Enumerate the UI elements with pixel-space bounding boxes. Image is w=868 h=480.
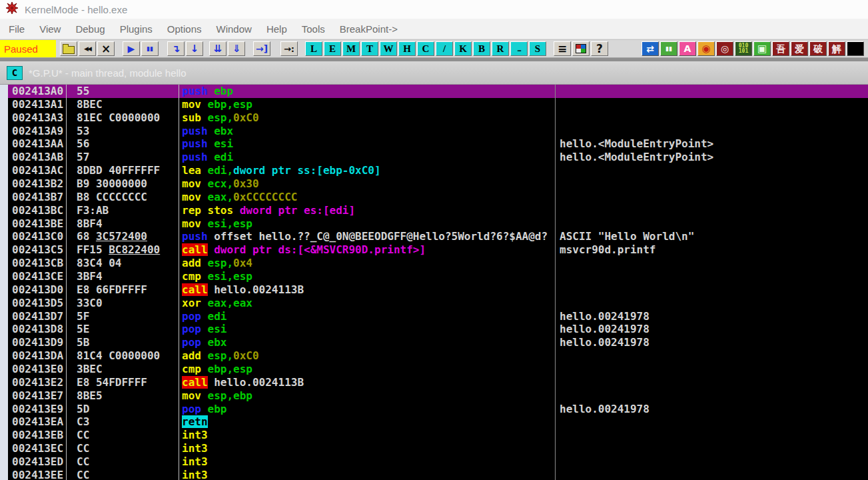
disasm-row[interactable]: 002413AC8DBD 40FFFFFFlea edi,dword ptr s…: [8, 164, 868, 177]
plugin-binary-button[interactable]: 010 101: [735, 41, 752, 56]
bytes-cell: 81C4 C0000000: [77, 349, 160, 363]
view-memory-button[interactable]: M: [342, 41, 360, 56]
disasm-row[interactable]: 002413D75Fpop edihello.00241978: [8, 310, 868, 323]
disasm-row[interactable]: 002413A381EC C0000000sub esp,0xC0: [8, 111, 868, 125]
comment-cell: hello.00241978: [560, 310, 650, 323]
disasm-row[interactable]: 002413A18BECmov ebp,esp: [8, 98, 868, 111]
instruction-cell: xor eax,eax: [182, 297, 554, 310]
menu-item-plugins[interactable]: Plugins: [113, 23, 160, 35]
view-executables-button[interactable]: E: [324, 41, 341, 56]
spiral-icon: ◎: [721, 44, 729, 53]
plugin-ai-button[interactable]: 爱: [791, 41, 808, 56]
menu-item-debug[interactable]: Debug: [68, 23, 112, 35]
plugin-monitor-button[interactable]: ▣: [753, 41, 771, 56]
menu-item-tools[interactable]: Tools: [294, 23, 332, 35]
log-list-button[interactable]: ≡: [554, 41, 571, 56]
animate-over-button[interactable]: ⇓: [228, 41, 245, 56]
comment-cell: hello.<ModuleEntryPoint>: [560, 137, 713, 151]
disasm-row[interactable]: 002413C5FF15 BC822400call dword ptr ds:[…: [8, 243, 868, 257]
disasm-row[interactable]: 002413B7B8 CCCCCCCCmov eax,0xCCCCCCCC: [8, 191, 868, 204]
run-button[interactable]: ▶: [123, 41, 140, 56]
bytes-cell: F3:AB: [77, 204, 109, 217]
cpu-window-body: 002413A055push ebp002413A18BECmov ebp,es…: [0, 85, 868, 480]
plugin-jie-button[interactable]: 解: [828, 41, 845, 56]
view-breakpoints-button[interactable]: B: [473, 41, 490, 56]
bytes-cell: 55: [77, 85, 89, 98]
plugin-wu-button[interactable]: 吾: [772, 41, 789, 56]
cpu-window-titlebar[interactable]: C *G.P.U* - main thread, module hello: [0, 61, 868, 85]
disasm-row[interactable]: 002413DA81C4 C0000000add esp,0xC0: [8, 349, 868, 363]
disasm-row[interactable]: 002413ECCCint3: [8, 442, 868, 455]
disasm-row[interactable]: 002413E78BE5mov esp,ebp: [8, 389, 868, 403]
step-into-button[interactable]: ↴: [167, 41, 185, 56]
left-margin: [0, 85, 8, 480]
close-file-button[interactable]: ×: [97, 41, 115, 56]
menu-item-window[interactable]: Window: [209, 23, 259, 35]
disasm-row[interactable]: 002413E2E8 54FDFFFFcall hello.0024113B: [8, 376, 868, 389]
disasm-row[interactable]: 002413A953push ebx: [8, 125, 868, 138]
disasm-row[interactable]: 002413D95Bpop ebxhello.00241978: [8, 336, 868, 349]
address-cell: 002413E9: [12, 403, 63, 416]
view-threads-button[interactable]: T: [361, 41, 378, 56]
menu-item-file[interactable]: File: [1, 23, 32, 35]
bytes-cell: E8 66FDFFFF: [77, 283, 147, 297]
plugin-blank-button[interactable]: [847, 41, 864, 56]
disasm-row[interactable]: 002413EDCCint3: [8, 455, 868, 469]
view-runtrace-button[interactable]: ...: [510, 41, 528, 56]
disasm-row[interactable]: 002413AA56push esihello.<ModuleEntryPoin…: [8, 137, 868, 151]
view-callstack-button-label: K: [459, 44, 467, 54]
help-button[interactable]: ?: [591, 41, 608, 56]
step-over-button[interactable]: ↓: [186, 41, 203, 56]
open-file-button[interactable]: [60, 41, 77, 56]
view-windows-button[interactable]: W: [380, 41, 397, 56]
plugin-pause-button[interactable]: ▮▮: [660, 41, 677, 56]
view-references-button[interactable]: R: [492, 41, 509, 56]
disasm-row[interactable]: 002413EAC3retn: [8, 415, 868, 429]
animate-into-button[interactable]: ⇊: [209, 41, 226, 56]
menu-item-options[interactable]: Options: [160, 23, 209, 35]
disasm-row[interactable]: 002413D0E8 66FDFFFFcall hello.0024113B: [8, 283, 868, 297]
plugin-spiral-button[interactable]: ◎: [716, 41, 733, 56]
plugin-target-button[interactable]: ◉: [697, 41, 715, 56]
disasm-row[interactable]: 002413CE3BF4cmp esi,esp: [8, 270, 868, 283]
windows-mosaic-button[interactable]: [572, 41, 590, 56]
disasm-row[interactable]: 002413EBCCint3: [8, 429, 868, 442]
view-patches-button[interactable]: /: [436, 41, 453, 56]
disasm-row[interactable]: 002413EECCint3: [8, 469, 868, 480]
disasm-row[interactable]: 002413BCF3:ABrep stos dword ptr es:[edi]: [8, 204, 868, 217]
view-log-button[interactable]: L: [305, 41, 322, 56]
disasm-row[interactable]: 002413E95Dpop ebphello.00241978: [8, 403, 868, 416]
view-callstack-button[interactable]: K: [454, 41, 472, 56]
bytes-cell: 81EC C0000000: [77, 111, 160, 125]
menu-item-view[interactable]: View: [32, 23, 68, 35]
disasm-row[interactable]: 002413A055push ebp: [8, 85, 868, 98]
disasm-row[interactable]: 002413D85Epop esihello.00241978: [8, 323, 868, 336]
view-source-button[interactable]: S: [529, 41, 546, 56]
instruction-cell: push ebp: [182, 85, 554, 98]
pause-button[interactable]: ▮▮: [141, 41, 159, 56]
disasm-row[interactable]: 002413BE8BF4mov esi,esp: [8, 217, 868, 231]
view-cpu-button[interactable]: C: [417, 41, 434, 56]
plugin-po-button[interactable]: 破: [809, 41, 827, 56]
plugin-sync-button[interactable]: ⇄: [642, 41, 659, 56]
address-cell: 002413B2: [12, 177, 63, 191]
view-handles-button[interactable]: H: [398, 41, 416, 56]
address-cell: 002413BE: [12, 217, 63, 231]
disasm-row[interactable]: 002413E03BECcmp ebp,esp: [8, 363, 868, 376]
rewind-button[interactable]: ◀◀: [79, 41, 96, 56]
comment-cell: hello.<ModuleEntryPoint>: [560, 151, 713, 164]
disasm-row[interactable]: 002413AB57push edihello.<ModuleEntryPoin…: [8, 151, 868, 164]
menu-item-help[interactable]: Help: [259, 23, 294, 35]
bytes-cell: 5E: [77, 323, 89, 336]
address-cell: 002413ED: [12, 455, 63, 469]
disasm-row[interactable]: 002413D533C0xor eax,eax: [8, 297, 868, 310]
disasm-row[interactable]: 002413C068 3C572400push offset hello.??_…: [8, 230, 868, 243]
execute-till-return-button[interactable]: →]: [253, 41, 270, 56]
disasm-row[interactable]: 002413CB83C4 04add esp,0x4: [8, 257, 868, 270]
goto-button[interactable]: →:: [280, 41, 298, 56]
disasm-row[interactable]: 002413B2B9 30000000mov ecx,0x30: [8, 177, 868, 191]
plugin-assembler-button[interactable]: A: [679, 41, 696, 56]
pause-bars-icon: ▮▮: [665, 46, 672, 52]
menu-item-breakpoint[interactable]: BreakPoint->: [332, 23, 405, 35]
target-dot-icon: ◉: [701, 44, 710, 54]
